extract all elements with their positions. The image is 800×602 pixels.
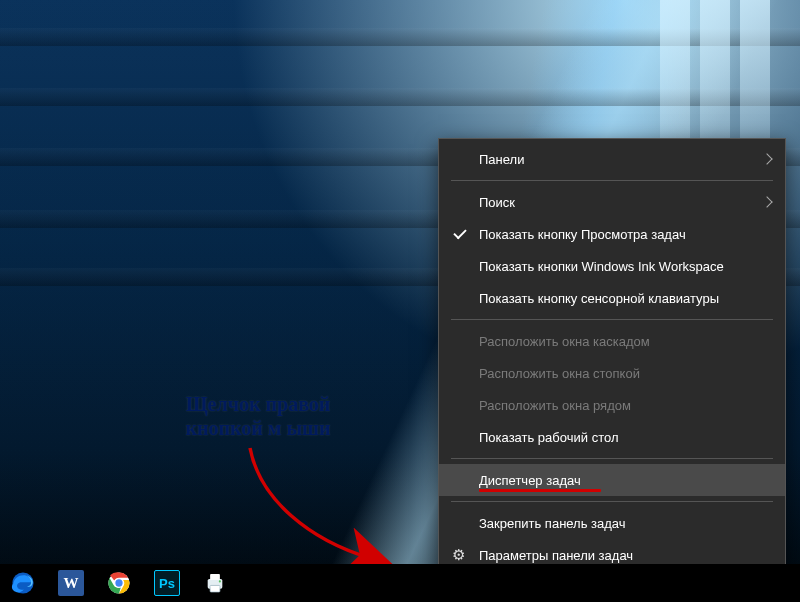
taskbar-printer-icon[interactable] <box>198 566 232 600</box>
menu-cascade-label: Расположить окна каскадом <box>479 334 650 349</box>
menu-stack-label: Расположить окна стопкой <box>479 366 640 381</box>
annotation-label: Щелчок правой кнопкой м ыши <box>158 392 358 440</box>
menu-show-task-view-label: Показать кнопку Просмотра задач <box>479 227 686 242</box>
menu-separator <box>451 180 773 181</box>
menu-show-ink-workspace[interactable]: Показать кнопки Windows Ink Workspace <box>439 250 785 282</box>
menu-show-desktop[interactable]: Показать рабочий стол <box>439 421 785 453</box>
taskbar-edge-icon[interactable] <box>6 566 40 600</box>
menu-search-label: Поиск <box>479 195 515 210</box>
menu-show-task-view[interactable]: Показать кнопку Просмотра задач <box>439 218 785 250</box>
menu-show-ink-label: Показать кнопки Windows Ink Workspace <box>479 259 724 274</box>
annotation-line1: Щелчок правой <box>186 393 331 415</box>
svg-rect-7 <box>210 585 220 592</box>
menu-show-touch-keyboard[interactable]: Показать кнопку сенсорной клавиатуры <box>439 282 785 314</box>
menu-separator <box>451 319 773 320</box>
taskbar-word-icon[interactable]: W <box>54 566 88 600</box>
menu-panels-label: Панели <box>479 152 524 167</box>
menu-search[interactable]: Поиск <box>439 186 785 218</box>
menu-stack-windows: Расположить окна стопкой <box>439 357 785 389</box>
menu-panels[interactable]: Панели <box>439 143 785 175</box>
menu-side-label: Расположить окна рядом <box>479 398 631 413</box>
ps-letters: Ps <box>159 576 175 591</box>
menu-show-touch-kb-label: Показать кнопку сенсорной клавиатуры <box>479 291 719 306</box>
menu-side-windows: Расположить окна рядом <box>439 389 785 421</box>
taskbar[interactable]: W Ps <box>0 564 800 602</box>
menu-lock-taskbar[interactable]: Закрепить панель задач <box>439 507 785 539</box>
taskbar-photoshop-icon[interactable]: Ps <box>150 566 184 600</box>
menu-separator <box>451 458 773 459</box>
menu-lock-taskbar-label: Закрепить панель задач <box>479 516 626 531</box>
taskbar-chrome-icon[interactable] <box>102 566 136 600</box>
menu-task-manager[interactable]: Диспетчер задач <box>439 464 785 496</box>
menu-task-manager-label: Диспетчер задач <box>479 473 581 488</box>
annotation-underline <box>479 489 601 492</box>
menu-taskbar-settings-label: Параметры панели задач <box>479 548 633 563</box>
menu-show-desktop-label: Показать рабочий стол <box>479 430 618 445</box>
word-letter: W <box>64 575 79 592</box>
annotation-line2: кнопкой м ыши <box>186 417 331 439</box>
menu-separator <box>451 501 773 502</box>
annotation-arrow <box>230 440 400 584</box>
taskbar-context-menu: Панели Поиск Показать кнопку Просмотра з… <box>438 138 786 576</box>
svg-rect-6 <box>210 574 220 580</box>
svg-point-9 <box>219 580 221 582</box>
menu-cascade-windows: Расположить окна каскадом <box>439 325 785 357</box>
